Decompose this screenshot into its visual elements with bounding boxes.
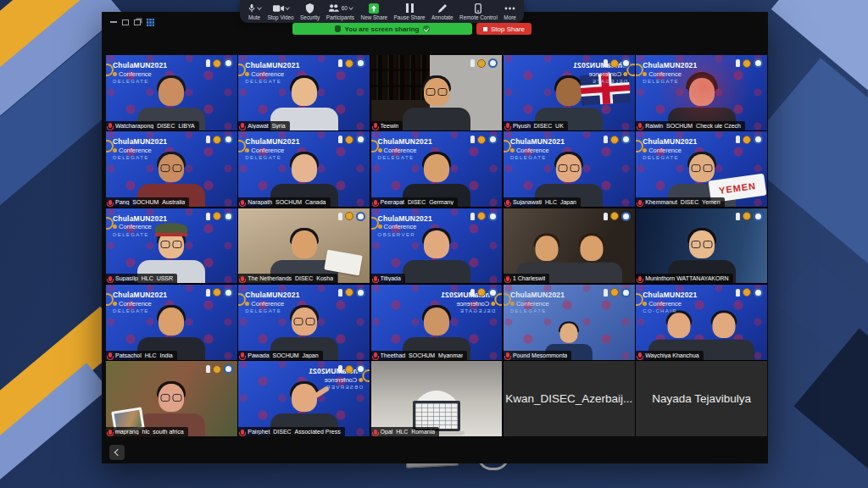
video-tile[interactable]: Nayada Tejavibulya — [636, 361, 767, 436]
annotate-button[interactable]: Annotate — [431, 3, 453, 20]
pin-icon — [736, 136, 740, 143]
video-tile[interactable]: ChulaMUN2021 Conference DELEGATE Aiyawat… — [238, 55, 370, 130]
gold-badge-icon — [477, 212, 486, 220]
tile-badges — [736, 288, 763, 297]
participant-name-label: Pound Mesommonta — [504, 351, 572, 360]
participants-button[interactable]: 60 Participants — [326, 3, 354, 20]
video-tile[interactable]: ChulaMUN2021 Conference DELEGATE Raiwin_… — [636, 55, 767, 130]
video-tile[interactable]: ChulaMUN2021 Conference DELEGATE Patsach… — [106, 285, 237, 360]
previous-page-button[interactable] — [109, 445, 125, 460]
chulamun-title: ChulaMUN2021 — [510, 291, 565, 300]
chulamun-title: ChulaMUN2021 — [245, 137, 299, 147]
un-badge-icon — [356, 58, 365, 68]
chulamun-conference-label: Conference — [457, 300, 490, 308]
chulamun-role-label: DELEGATE — [245, 155, 299, 162]
video-tile[interactable]: ChulaMUN2021 Conference DELEGATE Narapat… — [238, 131, 370, 207]
pin-icon — [736, 289, 740, 297]
participant-name: The Netherlands_DISEC_Kosha — [248, 275, 333, 281]
chulamun-conference-label: Conference — [648, 70, 682, 78]
gold-badge-icon — [345, 212, 353, 220]
video-tile[interactable]: ChulaMUN2021 Conference DELEGATE Pawada_… — [238, 285, 370, 360]
chevron-down-icon[interactable] — [285, 5, 290, 10]
stop-video-button[interactable]: Stop Video — [267, 3, 293, 20]
chevron-down-icon[interactable] — [348, 5, 353, 10]
video-tile[interactable]: ChulaMUN2021 Conference DELEGATE Sujanaw… — [504, 131, 635, 207]
un-badge-icon — [356, 364, 365, 374]
video-tile[interactable]: Muninthorn WATTANAYAKORN — [636, 208, 767, 284]
chevron-down-icon[interactable] — [257, 5, 262, 10]
pin-icon — [736, 59, 740, 67]
pin-icon — [206, 213, 210, 220]
zoom-toolbar: Mute Stop Video Security 60 Participants… — [240, 0, 524, 23]
pause-share-button[interactable]: Pause Share — [394, 3, 426, 20]
muted-mic-icon — [108, 430, 112, 435]
pin-icon — [338, 365, 342, 373]
pin-icon — [338, 136, 342, 143]
video-tile[interactable]: ChulaMUN2021 Conference DELEGATE Pang_SO… — [106, 131, 237, 207]
video-tile[interactable]: Teewin — [371, 55, 503, 130]
video-tile[interactable]: Kwan_DISEC_Azerbaij... — [504, 361, 635, 436]
stop-share-button[interactable]: Stop Share — [476, 23, 531, 35]
chulamun-dot-logo — [113, 148, 117, 152]
video-tile[interactable]: ChulaMUN2021 Conference DELEGATE Piyush_… — [504, 55, 635, 130]
chulamun-watermark: ChulaMUN2021 Conference DELEGATE — [643, 61, 697, 86]
remote-control-button[interactable]: Remote Control — [459, 3, 498, 20]
pin-icon — [206, 59, 210, 67]
participant-name-label: The Netherlands_DISEC_Kosha — [238, 274, 337, 283]
ellipsis-icon — [504, 7, 515, 10]
video-tile[interactable]: ChulaMUN2021 Conference DELEGATE Theetha… — [371, 285, 503, 360]
un-badge-icon — [621, 135, 631, 144]
chulamun-conference-label: Conference — [119, 300, 152, 308]
gold-badge-icon — [743, 59, 751, 68]
gold-badge-icon — [610, 288, 619, 297]
participant-name-label: Pawada_SOCHUM_Japan — [238, 351, 322, 360]
tile-badges — [736, 135, 763, 144]
participants-icon — [328, 3, 339, 13]
gold-badge-icon — [743, 212, 751, 220]
participant-name: Teewin — [381, 123, 399, 129]
chulamun-role-label: DELEGATE — [245, 79, 299, 86]
pin-icon — [604, 213, 608, 220]
muted-mic-icon — [638, 200, 642, 205]
mute-button[interactable]: Mute — [248, 3, 261, 20]
pin-icon — [470, 59, 475, 67]
chulamun-role-label: CO-CHAIR — [643, 308, 697, 315]
pin-icon — [470, 136, 475, 143]
sharing-status-text: You are screen sharing — [345, 25, 420, 33]
participant-name-label: Pairphet_DISEC_Associated Press — [238, 427, 344, 436]
security-button[interactable]: Security — [300, 3, 320, 20]
gold-badge-icon — [743, 288, 751, 297]
gallery-view-icon[interactable] — [146, 18, 154, 26]
exit-fullscreen-icon[interactable] — [134, 19, 141, 25]
more-button[interactable]: More — [504, 3, 516, 20]
participant-name-label: Opal_HLC_Romania — [371, 427, 440, 436]
video-tile[interactable]: ChulaMUN2021 Conference OBSERVER Pairphe… — [238, 361, 370, 436]
video-tile[interactable]: 1 Charleswit — [504, 208, 635, 284]
video-tile[interactable]: ChulaMUN2021 Conference DELEGATE YEMEN K… — [636, 131, 767, 207]
chulamun-watermark: ChulaMUN2021 Conference DELEGATE — [510, 137, 565, 162]
video-tile[interactable]: ChulaMUN2021 Conference DELEGATE Pound M… — [504, 285, 635, 360]
video-tile[interactable]: Opal_HLC_Romania — [371, 361, 503, 436]
tile-badges — [470, 58, 498, 68]
video-tile[interactable]: ChulaMUN2021 Conference CO-CHAIR Waychiy… — [636, 285, 767, 360]
muted-mic-icon — [241, 352, 244, 358]
gold-badge-icon — [610, 59, 619, 68]
video-tile[interactable]: ChulaMUN2021 Conference OBSERVER Titiyad… — [371, 208, 503, 284]
participant-name-label: Watcharapong_DISEC_LIBYA — [106, 121, 199, 130]
maximize-icon[interactable] — [122, 19, 129, 25]
video-tile[interactable]: ChulaMUN2021 Conference DELEGATE Peerapa… — [371, 131, 503, 207]
minimize-icon[interactable] — [110, 21, 117, 23]
tile-badges — [206, 212, 233, 221]
chulamun-dot-logo — [245, 148, 249, 152]
new-share-button[interactable]: New Share — [361, 3, 388, 20]
chulamun-watermark: ChulaMUN2021 Conference DELEGATE — [113, 214, 167, 239]
video-tile[interactable]: ChulaMUN2021 Conference DELEGATE Watchar… — [106, 55, 237, 130]
video-tile[interactable]: ChulaMUN2021 Conference DELEGATE Supasil… — [106, 208, 237, 284]
chulamun-role-label: DELEGATE — [643, 79, 697, 86]
video-tile[interactable]: The Netherlands_DISEC_Kosha — [238, 208, 370, 284]
video-tile[interactable]: maprang_hlc_south africa — [106, 361, 237, 436]
participant-figure — [557, 236, 626, 284]
participant-name-label: Patsachol_HLC_India — [106, 351, 177, 360]
pin-icon — [470, 213, 475, 220]
gold-badge-icon — [610, 136, 619, 144]
